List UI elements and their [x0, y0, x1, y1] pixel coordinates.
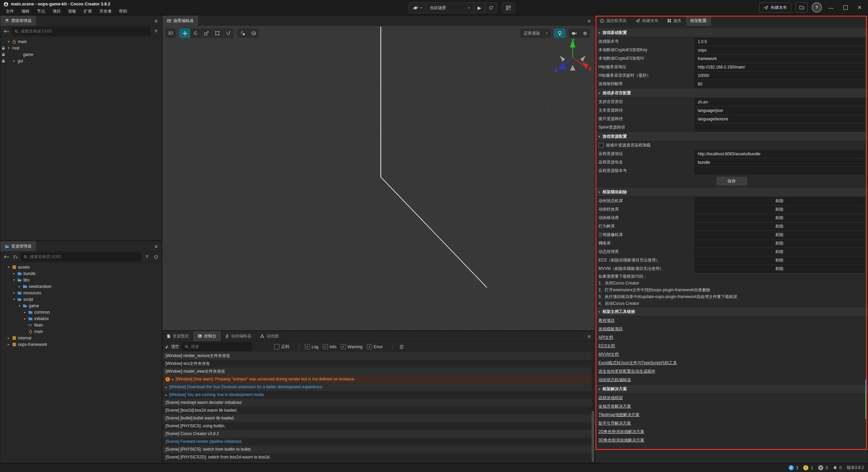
- solution-link[interactable]: 新手引导解决方案: [595, 419, 868, 428]
- console-message-list[interactable]: [Window] render_texture文件夹存在[Window] ecs…: [162, 352, 595, 463]
- asset-node[interactable]: ▾game: [0, 302, 162, 309]
- asset-node[interactable]: TSMain: [0, 322, 162, 328]
- field-input[interactable]: language/json: [694, 107, 865, 114]
- add-node-button[interactable]: ▾: [3, 29, 9, 33]
- help-button[interactable]: ?: [812, 2, 822, 13]
- info-count-icon[interactable]: i: [789, 465, 794, 470]
- chevron-right-icon[interactable]: ▸: [172, 375, 174, 383]
- chevron-right-icon[interactable]: ▸: [22, 317, 27, 320]
- filter-button[interactable]: [153, 29, 159, 33]
- solution-link[interactable]: 3D角色扮演游戏解决方案: [595, 436, 868, 445]
- section-header[interactable]: ▾框架文档工具链接: [595, 307, 868, 316]
- tab-property-inspector[interactable]: 属性检查器: [595, 16, 631, 26]
- chevron-right-icon[interactable]: ▸: [17, 284, 22, 288]
- console-row-plain[interactable]: [Scene] [box2d]:box2d wasm lib loaded.: [162, 407, 595, 414]
- move-tool-button[interactable]: [179, 28, 190, 38]
- asset-node[interactable]: main: [0, 328, 162, 335]
- clear-console-button[interactable]: 清空: [165, 344, 179, 350]
- sort-assets-button[interactable]: [12, 255, 19, 259]
- console-row-blue[interactable]: [Scene] Forward render pipeline initiali…: [162, 438, 595, 446]
- chevron-right-icon[interactable]: ▸: [12, 59, 17, 63]
- delete-module-button[interactable]: 剔除: [694, 265, 865, 273]
- chevron-right-icon[interactable]: ▸: [165, 391, 167, 399]
- window-maximize-button[interactable]: [840, 3, 850, 12]
- error-count-icon[interactable]: ×: [818, 465, 823, 470]
- checkbox-icon[interactable]: [598, 143, 604, 148]
- chevron-right-icon[interactable]: ▸: [12, 291, 17, 295]
- field-input[interactable]: http://localhost:8083/assets/bundle: [694, 150, 865, 158]
- asset-node[interactable]: ▸initialize: [0, 315, 162, 322]
- console-row-plain[interactable]: [Window] model_view文件夹存在: [162, 368, 595, 375]
- chevron-down-icon[interactable]: ▾: [17, 304, 22, 308]
- doc-link[interactable]: Excel格式转Json文件与TypeScript代码工具: [595, 359, 868, 367]
- solution-link[interactable]: 2D角色扮演游戏解决方案: [595, 428, 868, 436]
- scene-viewport[interactable]: 3D 正常渲染 ▾: [162, 26, 595, 330]
- assets-search-input[interactable]: 搜索名称或 UUID: [21, 253, 141, 261]
- hierarchy-node[interactable]: ▸gui: [0, 58, 162, 64]
- toggle-2d-3d-button[interactable]: 3D: [165, 28, 176, 38]
- doc-link[interactable]: ECS文档: [595, 342, 868, 350]
- console-row-link[interactable]: ▸[Window] Download the Vue Devtools exte…: [162, 383, 595, 391]
- section-header[interactable]: ▾游戏多语言配置: [595, 88, 868, 98]
- filter-info-checkbox[interactable]: ✓Info: [323, 344, 336, 349]
- bell-icon[interactable]: [833, 466, 837, 470]
- menu-item[interactable]: 帮助: [115, 8, 131, 15]
- chevron-down-icon[interactable]: ▾: [6, 46, 11, 50]
- delete-module-button[interactable]: 剔除: [694, 240, 865, 247]
- delete-module-button[interactable]: 剔除: [694, 223, 865, 230]
- menu-item[interactable]: 项目: [49, 8, 64, 15]
- console-row-plain[interactable]: [Window] ecs文件夹存在: [162, 360, 595, 368]
- field-input[interactable]: language/texture: [694, 115, 865, 123]
- filter-warning-checkbox[interactable]: ✓Warning: [341, 344, 362, 349]
- save-button[interactable]: 保存: [716, 176, 747, 186]
- render-mode-select[interactable]: 正常渲染 ▾: [520, 28, 551, 38]
- tab-build-publish[interactable]: 构建发布: [631, 16, 663, 26]
- add-asset-button[interactable]: ▾: [3, 255, 9, 259]
- tab-assets[interactable]: 资源管理器: [0, 241, 36, 251]
- asset-node[interactable]: ▾libs: [0, 277, 162, 283]
- refresh-assets-button[interactable]: [153, 255, 159, 259]
- section-header[interactable]: ▾框架模块剔除: [595, 187, 868, 197]
- asset-node[interactable]: ▾assets: [0, 264, 162, 270]
- console-scrollbar[interactable]: [592, 353, 594, 462]
- chevron-right-icon[interactable]: ▸: [12, 272, 17, 275]
- field-input[interactable]: 10000: [694, 72, 865, 79]
- reload-button[interactable]: [485, 3, 497, 13]
- field-input[interactable]: zh,en: [694, 98, 865, 106]
- filter-assets-button[interactable]: [143, 255, 150, 259]
- console-row-plain[interactable]: [Scene] [PHYSICS]: using builtin.: [162, 422, 595, 430]
- pivot-button[interactable]: [237, 28, 248, 38]
- panel-menu-icon[interactable]: ≡: [151, 241, 162, 251]
- field-input[interactable]: oops: [694, 46, 865, 54]
- menu-item[interactable]: 面板: [64, 8, 80, 15]
- chevron-right-icon[interactable]: ▸: [22, 310, 27, 314]
- console-row-plain[interactable]: [Scene] meshopt wasm decoder initialized: [162, 399, 595, 407]
- chevron-down-icon[interactable]: ▾: [6, 40, 11, 43]
- warning-count-icon[interactable]: !: [803, 465, 808, 470]
- tab-framework-config[interactable]: 框架配置: [686, 16, 711, 26]
- open-project-folder-button[interactable]: [795, 2, 808, 13]
- field-input[interactable]: framework: [694, 55, 865, 62]
- scene-select[interactable]: 当前场景 ▾: [426, 3, 474, 13]
- filter-error-checkbox[interactable]: ✓Error: [367, 344, 383, 349]
- section-header[interactable]: ▾游戏基础配置: [595, 28, 868, 37]
- doc-link[interactable]: MVVM文档: [595, 350, 868, 359]
- filter-log-checkbox[interactable]: ✓Log: [305, 344, 318, 349]
- menu-item[interactable]: 开发者: [96, 8, 115, 15]
- rotate-tool-button[interactable]: [190, 28, 201, 38]
- regex-checkbox[interactable]: 正则: [274, 344, 289, 350]
- chevron-down-icon[interactable]: ▾: [6, 265, 11, 269]
- doc-link[interactable]: 原生包热更新配置自动生成插件: [595, 367, 868, 376]
- tab-asset-preview[interactable]: 资源预览: [162, 331, 193, 341]
- menu-item[interactable]: 扩展: [80, 8, 96, 15]
- coordinate-space-button[interactable]: [248, 28, 259, 38]
- delete-module-button[interactable]: 剔除: [694, 231, 865, 239]
- scrollbar-thumb[interactable]: [592, 411, 594, 462]
- field-input[interactable]: bundle: [694, 159, 865, 166]
- menu-item[interactable]: 文件: [2, 8, 18, 15]
- console-row-plain[interactable]: [Scene] [PHYSICS2D]: switch from box2d-w…: [162, 453, 595, 461]
- preview-qr-button[interactable]: [502, 2, 515, 13]
- tab-console[interactable]: 控制台: [193, 331, 221, 341]
- console-row-plain[interactable]: [Scene] [bullet]:bullet wasm lib loaded.: [162, 414, 595, 422]
- hierarchy-search-input[interactable]: 搜索名称或 UUID: [12, 27, 150, 36]
